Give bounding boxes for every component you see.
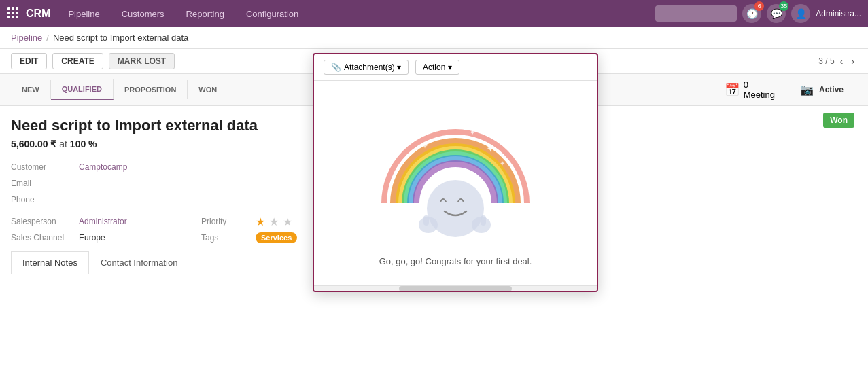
attachments-button[interactable]: 📎 Attachment(s) ▾ — [324, 60, 409, 75]
svg-text:✦: ✦ — [469, 128, 476, 137]
mark-lost-button[interactable]: MARK LOST — [109, 53, 175, 69]
nav-right-section: 🕐 6 💬 35 👤 Administra... — [655, 4, 861, 23]
breadcrumb: Pipeline / Need script to Import externa… — [0, 27, 868, 49]
nav-configuration[interactable]: Configuration — [242, 6, 302, 22]
nav-pipeline[interactable]: Pipeline — [64, 6, 103, 22]
star-1[interactable]: ★ — [256, 215, 265, 228]
message-icon[interactable]: 💬 35 — [767, 4, 786, 23]
next-page-button[interactable]: › — [848, 54, 857, 68]
svg-text:✦: ✦ — [486, 143, 495, 154]
stage-qualified[interactable]: QUALIFIED — [51, 79, 114, 100]
svg-rect-6 — [7, 16, 10, 18]
active-icon: 📷 — [800, 84, 814, 96]
active-status-box[interactable]: 📷 Active — [786, 78, 857, 102]
main-nav: Pipeline Customers Reporting Configurati… — [64, 6, 655, 22]
pagination: 3 / 5 ‹ › — [818, 54, 857, 68]
tab-contact-information[interactable]: Contact Information — [89, 251, 189, 274]
svg-rect-3 — [7, 12, 10, 14]
nav-reporting[interactable]: Reporting — [182, 6, 228, 22]
breadcrumb-separator: / — [46, 33, 49, 43]
priority-label: Priority — [201, 215, 256, 228]
svg-rect-5 — [16, 12, 18, 14]
phone-value[interactable] — [79, 193, 201, 207]
top-navigation: CRM Pipeline Customers Reporting Configu… — [0, 0, 868, 27]
customer-value[interactable]: Camptocamp — [79, 160, 201, 174]
create-button[interactable]: CREATE — [52, 53, 103, 69]
pagination-info: 3 / 5 — [818, 56, 834, 66]
salesperson-value[interactable]: Administrator — [79, 215, 201, 228]
breadcrumb-current-page: Need script to Import external data — [53, 33, 188, 43]
clock-icon[interactable]: 🕐 6 — [742, 4, 761, 23]
customer-label: Customer — [11, 160, 79, 174]
edit-button[interactable]: EDIT — [11, 53, 47, 69]
svg-rect-4 — [12, 12, 14, 14]
tab-internal-notes[interactable]: Internal Notes — [11, 251, 89, 274]
phone-label: Phone — [11, 193, 79, 207]
deal-amount-value: 5,600.00 ₹ — [11, 139, 56, 149]
tag-services[interactable]: Services — [256, 232, 297, 243]
scroll-thumb — [399, 286, 512, 291]
breadcrumb-pipeline-link[interactable]: Pipeline — [11, 33, 42, 43]
sales-channel-value[interactable]: Europe — [79, 231, 201, 245]
popup-content: ✦ ✦ ✦ ✦ ✦ Go, go, go! Congrats — [314, 81, 597, 285]
svg-rect-16 — [423, 215, 429, 226]
stage-proposition[interactable]: PROPOSITION — [114, 80, 188, 99]
user-avatar[interactable]: 👤 — [791, 4, 810, 23]
svg-text:✦: ✦ — [500, 160, 505, 167]
svg-rect-2 — [16, 7, 18, 10]
star-3[interactable]: ★ — [283, 215, 292, 228]
nav-customers[interactable]: Customers — [118, 6, 169, 22]
email-value[interactable] — [79, 177, 201, 190]
popup-scrollbar[interactable] — [314, 285, 597, 291]
meeting-count: 0 — [744, 79, 775, 90]
attachment-icon: 📎 — [331, 62, 341, 72]
salesperson-label: Salesperson — [11, 215, 79, 228]
won-badge: Won — [823, 113, 854, 128]
congrats-popup: 📎 Attachment(s) ▾ Action ▾ ✦ ✦ ✦ ✦ — [313, 53, 598, 292]
message-badge: 35 — [779, 1, 788, 11]
popup-toolbar: 📎 Attachment(s) ▾ Action ▾ — [314, 54, 597, 81]
attachments-label: Attachment(s) ▾ — [344, 62, 401, 72]
sales-channel-label: Sales Channel — [11, 231, 79, 245]
stage-new[interactable]: NEW — [11, 80, 51, 99]
email-label: Email — [11, 177, 79, 190]
apps-icon[interactable] — [7, 7, 19, 21]
congrats-text: Go, go, go! Congrats for your first deal… — [368, 251, 543, 272]
star-2[interactable]: ★ — [269, 215, 279, 228]
meeting-box[interactable]: 📅 0 Meeting — [714, 74, 786, 105]
action-button[interactable]: Action ▾ — [415, 60, 459, 75]
svg-text:✦: ✦ — [421, 141, 428, 151]
notification-badge: 6 — [754, 1, 764, 11]
congrats-illustration: ✦ ✦ ✦ ✦ ✦ — [381, 94, 530, 244]
active-label: Active — [819, 85, 844, 94]
meeting-label: Meeting — [744, 90, 775, 100]
stage-won[interactable]: WON — [188, 80, 228, 99]
svg-rect-18 — [481, 215, 486, 226]
svg-rect-0 — [7, 7, 10, 10]
meeting-icon: 📅 — [725, 82, 740, 97]
svg-rect-8 — [16, 16, 18, 18]
deal-percent: 100 % — [70, 139, 97, 149]
prev-page-button[interactable]: ‹ — [837, 54, 846, 68]
admin-name[interactable]: Administra... — [816, 9, 861, 18]
svg-rect-1 — [12, 7, 14, 10]
svg-rect-7 — [12, 16, 14, 18]
search-input[interactable] — [655, 5, 737, 22]
deal-at-label: at — [59, 139, 70, 149]
svg-text:✦: ✦ — [435, 126, 440, 133]
action-label: Action ▾ — [423, 62, 452, 72]
brand-name: CRM — [26, 7, 50, 20]
tags-label: Tags — [201, 231, 256, 245]
